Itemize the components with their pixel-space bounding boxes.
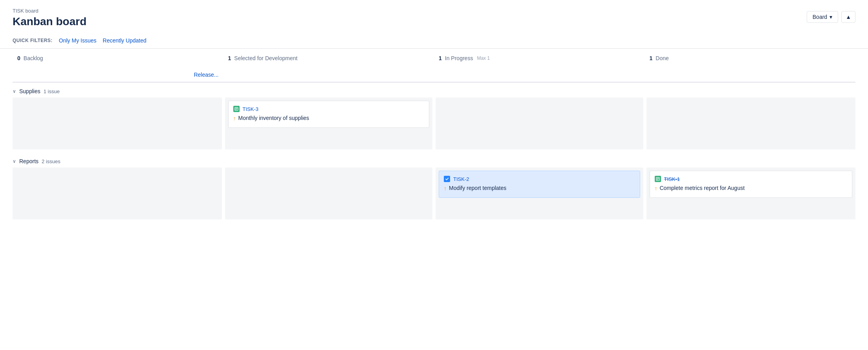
card-tisk-2-id[interactable]: TISK-2 (453, 176, 469, 182)
board-view-button[interactable]: Board ▾ (807, 11, 838, 23)
filter-recently-updated[interactable]: Recently Updated (103, 37, 146, 44)
title-block: TISK board Kanban board (13, 8, 86, 28)
reports-chevron-icon: ∨ (13, 158, 16, 164)
supplies-inprogress-cell (436, 98, 643, 149)
story-icon-2 (655, 176, 661, 182)
selected-count: 1 (228, 55, 231, 61)
card-tisk-1-header: TISK-1 (655, 176, 848, 182)
reports-group-count: 2 issues (42, 158, 60, 164)
supplies-backlog-cell (13, 98, 222, 149)
card-tisk-1[interactable]: TISK-1 ↑ Complete metrics report for Aug… (650, 171, 853, 198)
task-icon (444, 176, 450, 182)
reports-inprogress-cell: TISK-2 ↑ Modify report templates (436, 168, 643, 219)
card-tisk-1-title: ↑ Complete metrics report for August (655, 184, 848, 193)
reports-group-name: Reports (19, 158, 38, 164)
supplies-row: TISK-3 ↑ Monthly inventory of supplies (13, 98, 855, 153)
card-tisk-2-title: ↑ Modify report templates (444, 184, 635, 193)
reports-row: TISK-2 ↑ Modify report templates (13, 168, 855, 223)
board-button-label: Board (813, 14, 827, 20)
priority-high-icon-3: ↑ (655, 185, 657, 193)
group-reports: ∨ Reports 2 issues TISK-2 (13, 153, 855, 223)
card-tisk-3-header: TISK-3 (233, 106, 425, 112)
story-icon (233, 106, 240, 112)
board-title: Kanban board (13, 15, 86, 28)
card-tisk-3-title: ↑ Monthly inventory of supplies (233, 114, 425, 123)
group-supplies: ∨ Supplies 1 issue TISK-3 ↑ (13, 83, 855, 153)
columns-header: 0 Backlog 1 Selected for Development 1 I… (13, 49, 855, 83)
supplies-group-count: 1 issue (44, 88, 60, 94)
card-tisk-3-id[interactable]: TISK-3 (243, 106, 258, 112)
reports-backlog-cell (13, 168, 222, 219)
col-header-inprogress: 1 In Progress Max 1 (434, 49, 645, 65)
release-link[interactable]: Release... (13, 65, 223, 82)
kanban-board: 0 Backlog 1 Selected for Development 1 I… (0, 49, 868, 223)
card-tisk-2[interactable]: TISK-2 ↑ Modify report templates (439, 171, 640, 198)
done-count: 1 (650, 55, 653, 61)
board-label: TISK board (13, 8, 86, 14)
col-header-backlog: 0 Backlog (13, 49, 223, 65)
quick-filters-bar: QUICK FILTERS: Only My Issues Recently U… (0, 31, 868, 49)
priority-high-icon: ↑ (233, 115, 236, 123)
backlog-count: 0 (17, 55, 20, 61)
page-header: TISK board Kanban board Board ▾ ▲ (0, 0, 868, 28)
inprogress-max: Max 1 (477, 55, 490, 61)
dropdown-icon: ▾ (830, 14, 832, 20)
backlog-name: Backlog (24, 55, 43, 61)
supplies-group-name: Supplies (19, 88, 40, 94)
inprogress-name: In Progress (445, 55, 473, 61)
collapse-button[interactable]: ▲ (841, 11, 855, 23)
group-supplies-header[interactable]: ∨ Supplies 1 issue (13, 83, 855, 98)
supplies-done-cell (646, 98, 856, 149)
quick-filters-label: QUICK FILTERS: (13, 38, 53, 43)
col-header-selected: 1 Selected for Development (223, 49, 434, 65)
supplies-selected-cell: TISK-3 ↑ Monthly inventory of supplies (225, 98, 433, 149)
supplies-chevron-icon: ∨ (13, 88, 16, 94)
header-actions: Board ▾ ▲ (807, 8, 855, 23)
reports-done-cell: TISK-1 ↑ Complete metrics report for Aug… (646, 168, 856, 219)
reports-selected-cell (225, 168, 433, 219)
done-name: Done (656, 55, 668, 61)
collapse-icon: ▲ (846, 14, 851, 20)
group-reports-header[interactable]: ∨ Reports 2 issues (13, 153, 855, 168)
col-header-done: 1 Done (645, 49, 856, 65)
filter-only-my-issues[interactable]: Only My Issues (59, 37, 97, 44)
card-tisk-1-id[interactable]: TISK-1 (664, 176, 680, 182)
selected-name: Selected for Development (234, 55, 297, 61)
priority-high-icon-2: ↑ (444, 185, 447, 193)
card-tisk-2-header: TISK-2 (444, 176, 635, 182)
inprogress-count: 1 (439, 55, 442, 61)
card-tisk-3[interactable]: TISK-3 ↑ Monthly inventory of supplies (228, 101, 430, 128)
